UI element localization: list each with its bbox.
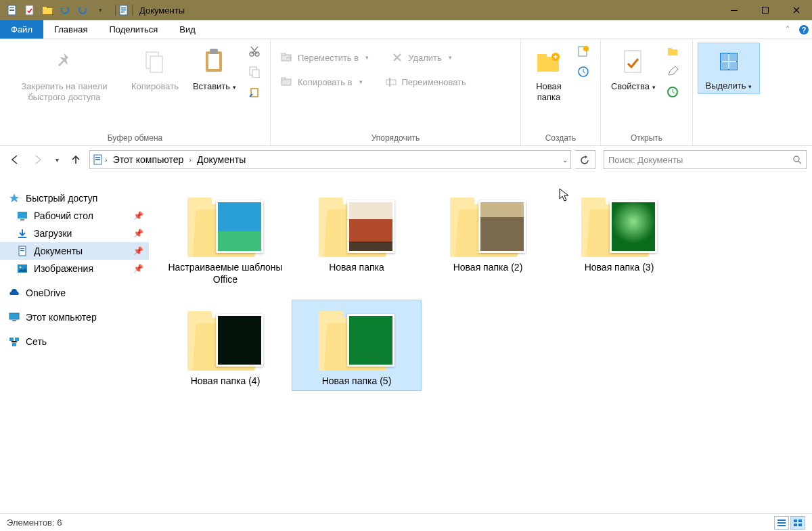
new-item-button[interactable] [575,43,591,60]
tab-share[interactable]: Поделиться [98,20,168,39]
close-button[interactable] [781,0,812,20]
svg-rect-44 [729,53,737,61]
paste-button[interactable]: Вставить [187,43,242,95]
sidebar-this-pc[interactable]: Этот компьютер [0,308,149,326]
breadcrumb-current[interactable]: Документы [193,154,250,165]
folder-thumbnail [316,303,397,371]
sidebar-item-documents[interactable]: Документы 📌 [0,242,149,260]
help-button[interactable]: ? [796,20,812,39]
onedrive-icon [8,287,20,299]
details-view-icon [777,519,786,527]
folder-item[interactable]: Новая папка [292,187,421,288]
pictures-icon [16,262,28,275]
sidebar-onedrive[interactable]: OneDrive [0,284,149,302]
copy-button[interactable]: Копировать [127,43,183,95]
qat-undo-icon[interactable] [58,3,72,17]
sidebar-item-downloads[interactable]: Загрузки 📌 [0,225,149,242]
svg-rect-19 [210,49,218,54]
select-button[interactable]: Выделить [698,43,759,93]
svg-rect-70 [798,524,802,526]
address-dropdown-icon[interactable]: ⌄ [562,156,568,164]
rename-button[interactable]: Переименовать [380,73,470,91]
view-details-button[interactable] [774,516,789,530]
svg-rect-52 [20,219,24,221]
documents-title-icon [118,5,129,16]
new-folder-button[interactable]: Новая папка [526,43,571,106]
svg-rect-1 [9,7,14,8]
titlebar: ▾ Документы [0,0,812,20]
svg-rect-40 [668,48,672,50]
svg-rect-9 [121,9,126,11]
folder-item-label: Новая папка (5) [322,375,392,387]
paste-shortcut-icon [248,86,261,98]
ribbon-group-new-label: Создать [521,132,600,145]
pin-icon: 📌 [133,211,143,221]
up-button[interactable] [66,150,85,169]
sidebar-item-desktop[interactable]: Рабочий стол 📌 [0,207,149,225]
ribbon-collapse-button[interactable]: ˄ [780,20,796,39]
tab-file[interactable]: Файл [0,20,43,39]
forward-button[interactable] [28,150,47,169]
sidebar-item-pictures[interactable]: Изображения 📌 [0,260,149,277]
folder-item[interactable]: Новая папка (5) [292,300,421,390]
breadcrumb-sep-icon[interactable]: › [189,156,191,164]
paste-label: Вставить [193,81,236,92]
file-list[interactable]: Настраиваемые шаблоны Office Новая папка… [149,173,812,513]
new-folder-label: Новая папка [528,81,570,103]
move-to-button[interactable]: Переместить в [276,49,373,66]
properties-button[interactable]: Свойства [606,43,660,95]
delete-button[interactable]: Удалить [386,49,456,66]
view-large-icons-button[interactable] [790,516,805,530]
copy-to-button[interactable]: Копировать в [276,73,367,91]
edit-button[interactable] [664,64,681,80]
cut-button[interactable] [246,43,263,60]
pin-to-quick-access-button[interactable]: Закрепить на панели быстрого доступа [5,43,123,106]
sidebar-onedrive-label: OneDrive [26,287,66,298]
ribbon-group-open-label: Открыть [601,132,692,145]
tab-view[interactable]: Вид [168,20,206,39]
edit-icon [667,66,679,78]
svg-point-58 [20,267,22,269]
breadcrumb-root[interactable]: Этот компьютер [109,154,188,165]
svg-rect-62 [15,338,19,341]
folder-item[interactable]: Новая папка (3) [555,187,683,288]
address-bar[interactable]: › Этот компьютер › Документы ⌄ [89,150,571,169]
copy-path-button[interactable] [246,64,263,80]
qat-new-folder-icon[interactable] [41,3,54,17]
history-button[interactable] [664,84,681,100]
sidebar-network[interactable]: Сеть [0,333,149,350]
minimize-button[interactable] [719,0,750,20]
breadcrumb-sep-icon[interactable]: › [105,156,108,164]
recent-locations-button[interactable]: ▾ [51,150,62,169]
ribbon-group-clipboard: Закрепить на панели быстрого доступа Коп… [0,39,271,145]
status-count-label: Элементов: [7,517,55,528]
refresh-button[interactable] [575,150,595,169]
rename-label: Переименовать [402,77,466,87]
qat-redo-icon[interactable] [76,3,89,17]
tab-home[interactable]: Главная [43,20,98,39]
qat-properties-icon[interactable] [23,3,37,17]
search-box[interactable]: Поиск: Документы [604,150,807,169]
svg-rect-43 [721,53,728,61]
svg-rect-68 [798,520,802,522]
folder-item[interactable]: Новая папка (2) [424,187,552,288]
paste-icon [202,47,227,77]
select-icon [718,51,740,72]
folder-item[interactable]: Настраиваемые шаблоны Office [161,187,290,288]
select-label: Выделить [706,80,752,91]
qat-dropdown-icon[interactable]: ▾ [93,3,107,17]
folder-item[interactable]: Новая папка (4) [161,300,290,390]
paste-shortcut-button[interactable] [246,84,263,100]
maximize-button[interactable] [750,0,781,20]
navigation-pane: Быстрый доступ Рабочий стол 📌 Загрузки 📌… [0,173,149,513]
easy-access-button[interactable] [575,64,591,80]
sidebar-quick-access[interactable]: Быстрый доступ [0,189,149,207]
star-icon [8,192,20,204]
folder-thumbnail [185,303,266,371]
back-button[interactable] [5,150,24,169]
qat-new-document-icon[interactable] [5,3,19,17]
properties-label: Свойства [611,81,656,92]
folder-thumbnail [579,189,660,257]
open-button[interactable] [664,43,681,60]
svg-rect-12 [763,7,769,14]
